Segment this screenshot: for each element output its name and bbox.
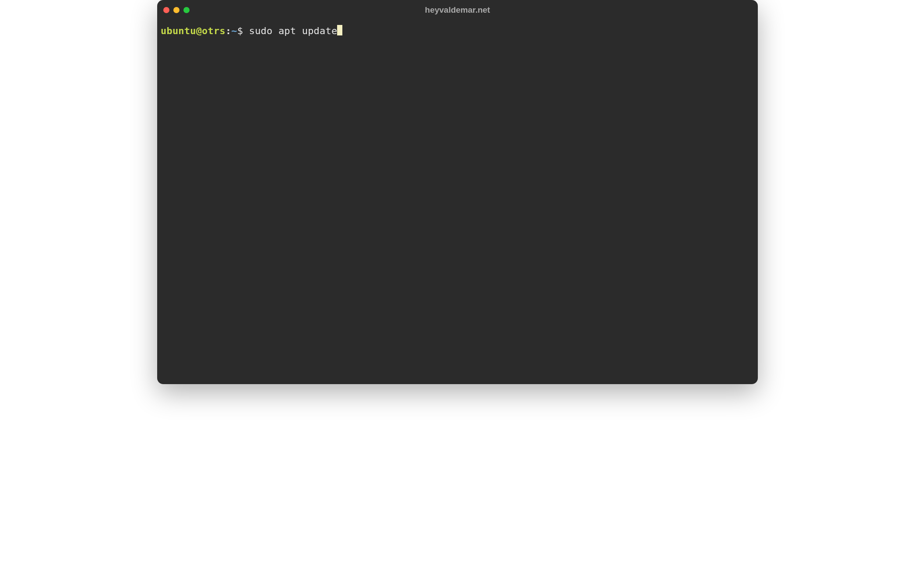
prompt-cwd: ~ xyxy=(231,25,237,36)
prompt-line: ubuntu@otrs:~$ xyxy=(161,25,249,36)
maximize-icon[interactable] xyxy=(183,7,190,13)
titlebar: heyvaldemar.net xyxy=(157,0,758,20)
close-icon[interactable] xyxy=(163,7,169,13)
prompt-separator: : xyxy=(225,25,231,36)
minimize-icon[interactable] xyxy=(173,7,179,13)
window-title: heyvaldemar.net xyxy=(425,5,490,15)
prompt-symbol: $ xyxy=(237,25,249,36)
command-text: sudo apt update xyxy=(249,25,338,36)
terminal-window: heyvaldemar.net ubuntu@otrs:~$ sudo apt … xyxy=(157,0,758,384)
prompt-user-host: ubuntu@otrs xyxy=(161,25,225,36)
cursor-icon xyxy=(337,25,342,35)
terminal-body[interactable]: ubuntu@otrs:~$ sudo apt update xyxy=(157,20,758,42)
traffic-lights xyxy=(163,7,190,13)
